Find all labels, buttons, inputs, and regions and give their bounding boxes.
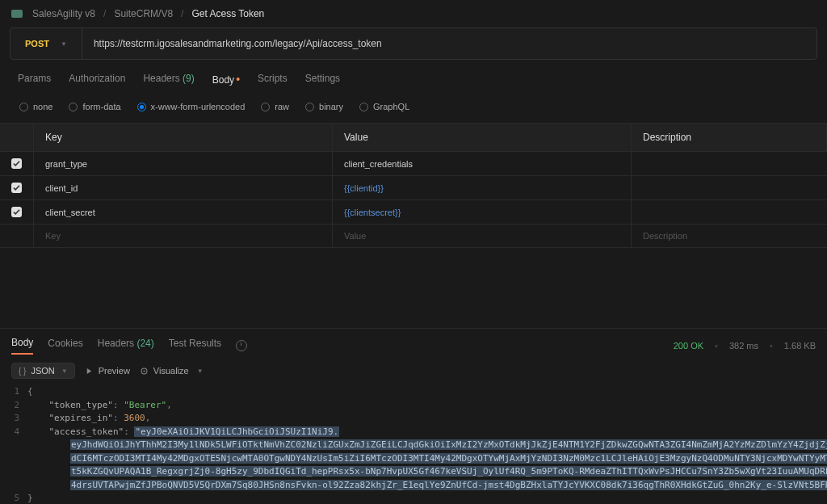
row-checkbox-cell[interactable] xyxy=(0,152,34,175)
http-icon xyxy=(11,10,23,18)
checkbox-checked-icon[interactable] xyxy=(11,207,22,217)
response-toolbar: { } JSON ▼ Preview Visualize ▼ xyxy=(0,359,827,385)
tab-params[interactable]: Params xyxy=(18,66,51,92)
resp-tab-body[interactable]: Body xyxy=(11,337,33,355)
url-bar: POST ▼ https://testcrm.igosalesandmarket… xyxy=(10,27,817,60)
description-cell[interactable] xyxy=(632,200,827,224)
table-row: grant_typeclient_credentials xyxy=(0,152,827,176)
row-checkbox-cell[interactable] xyxy=(0,200,34,224)
body-modified-dot: • xyxy=(236,73,240,86)
description-cell[interactable] xyxy=(632,176,827,200)
response-time: 382 ms xyxy=(729,341,758,351)
params-table: Key Value Description grant_typeclient_c… xyxy=(0,123,827,248)
body-type-graphql[interactable]: GraphQL xyxy=(359,102,409,111)
body-type-selector: none form-data x-www-form-urlencoded raw… xyxy=(0,95,827,123)
breadcrumb-parent2[interactable]: SuiteCRM/V8 xyxy=(114,8,173,19)
body-type-raw[interactable]: raw xyxy=(261,102,289,111)
key-cell[interactable]: client_secret xyxy=(34,200,333,224)
method-selector[interactable]: POST ▼ xyxy=(10,28,82,59)
value-cell[interactable]: client_credentials xyxy=(333,152,632,175)
tab-authorization[interactable]: Authorization xyxy=(69,66,125,92)
chevron-down-icon: ▼ xyxy=(197,368,204,375)
value-cell[interactable]: {{clientsecret}} xyxy=(333,200,632,224)
description-cell[interactable] xyxy=(632,152,827,175)
row-checkbox-cell[interactable] xyxy=(0,176,34,200)
col-value: Value xyxy=(333,124,632,151)
braces-icon: { } xyxy=(19,367,26,376)
checkbox-checked-icon[interactable] xyxy=(11,158,22,169)
headers-count: (9) xyxy=(183,73,195,84)
tab-scripts[interactable]: Scripts xyxy=(258,66,288,92)
tab-headers-label: Headers xyxy=(143,73,179,84)
value-cell[interactable]: {{clientid}} xyxy=(333,176,632,200)
radio-icon xyxy=(261,103,270,111)
body-type-formdata[interactable]: form-data xyxy=(69,102,120,111)
breadcrumb: SalesAgility v8 / SuiteCRM/V8 / Get Aces… xyxy=(0,0,827,27)
visualize-button[interactable]: Visualize ▼ xyxy=(140,366,204,376)
response-body[interactable]: 1{ 2 "token_type": "Bearer", 3 "expires_… xyxy=(0,385,827,504)
checkbox-checked-icon[interactable] xyxy=(11,183,22,193)
table-row: client_secret{{clientsecret}} xyxy=(0,200,827,225)
radio-icon-selected xyxy=(137,103,146,111)
history-icon[interactable] xyxy=(236,340,247,351)
resp-tab-headers[interactable]: Headers (24) xyxy=(98,338,154,354)
radio-icon xyxy=(359,103,368,111)
visualize-icon xyxy=(140,367,149,376)
breadcrumb-parent1[interactable]: SalesAgility v8 xyxy=(32,8,95,19)
response-status: 200 OK • 382 ms • 1.68 KB xyxy=(674,341,816,351)
breadcrumb-sep: / xyxy=(103,8,106,19)
chevron-down-icon: ▼ xyxy=(61,40,67,48)
response-tabs: Body Cookies Headers (24) Test Results 2… xyxy=(0,329,827,359)
key-cell[interactable]: grant_type xyxy=(34,152,333,175)
tab-body-label: Body xyxy=(212,74,234,86)
play-icon xyxy=(85,367,94,376)
tab-body[interactable]: Body• xyxy=(212,66,240,92)
status-code: 200 OK xyxy=(674,341,703,351)
radio-icon xyxy=(19,103,28,111)
key-input-placeholder[interactable]: Key xyxy=(34,225,333,247)
col-key: Key xyxy=(34,124,333,151)
params-row-new[interactable]: Key Value Description xyxy=(0,225,827,248)
tab-headers[interactable]: Headers (9) xyxy=(143,66,194,92)
key-cell[interactable]: client_id xyxy=(34,176,333,200)
resp-tab-tests[interactable]: Test Results xyxy=(169,338,221,354)
request-tabs: Params Authorization Headers (9) Body• S… xyxy=(0,66,827,92)
response-size: 1.68 KB xyxy=(784,341,816,351)
body-type-urlencoded[interactable]: x-www-form-urlencoded xyxy=(137,102,246,111)
body-type-binary[interactable]: binary xyxy=(305,102,343,111)
table-row: client_id{{clientid}} xyxy=(0,176,827,200)
breadcrumb-sep: / xyxy=(181,8,183,19)
svg-point-1 xyxy=(143,370,145,372)
description-input-placeholder[interactable]: Description xyxy=(632,225,827,247)
radio-icon xyxy=(305,103,314,111)
method-label: POST xyxy=(25,39,49,48)
response-panel: Body Cookies Headers (24) Test Results 2… xyxy=(0,328,827,504)
params-header: Key Value Description xyxy=(0,124,827,152)
radio-icon xyxy=(69,103,78,111)
tab-settings[interactable]: Settings xyxy=(305,66,340,92)
preview-button[interactable]: Preview xyxy=(85,366,130,376)
col-description: Description xyxy=(632,124,827,151)
resp-tab-cookies[interactable]: Cookies xyxy=(48,338,82,354)
chevron-down-icon: ▼ xyxy=(61,368,68,375)
body-type-none[interactable]: none xyxy=(19,102,52,111)
format-selector[interactable]: { } JSON ▼ xyxy=(11,363,75,379)
value-input-placeholder[interactable]: Value xyxy=(333,225,632,247)
breadcrumb-current: Get Acess Token xyxy=(191,8,264,19)
url-input[interactable]: https://testcrm.igosalesandmarketing.com… xyxy=(82,28,817,59)
